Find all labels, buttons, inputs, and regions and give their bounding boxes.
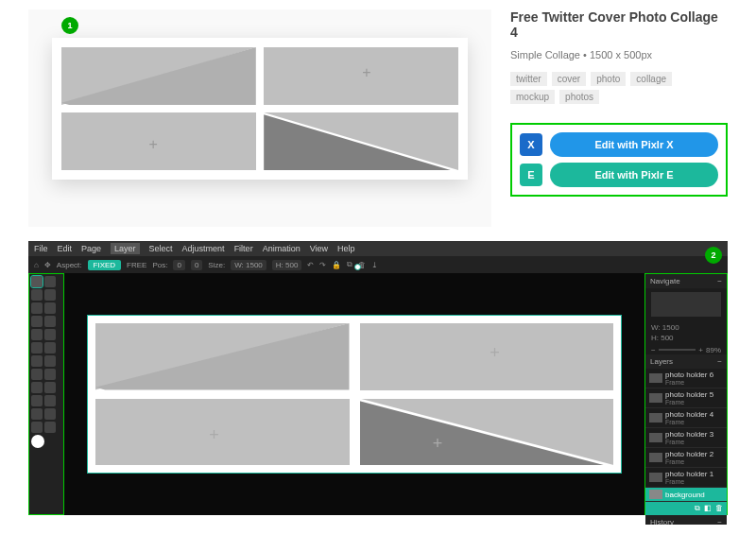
pos-label: Pos: xyxy=(152,261,167,269)
cut-tool[interactable] xyxy=(44,302,56,314)
tag[interactable]: cover xyxy=(552,72,586,86)
tag[interactable]: mockup xyxy=(510,90,555,104)
gradient-tool[interactable] xyxy=(31,355,43,367)
step-badge-2: 2 xyxy=(705,247,722,264)
eraser-tool[interactable] xyxy=(44,355,56,367)
sponge-tool[interactable] xyxy=(31,342,43,354)
lock-icon[interactable]: 🔒 xyxy=(332,261,341,269)
menu-filter[interactable]: Filter xyxy=(234,244,253,253)
pos-x[interactable]: 0 xyxy=(173,260,184,270)
zoom-out-icon[interactable]: − xyxy=(651,346,656,354)
aspect-fixed-button[interactable]: FIXED xyxy=(88,260,122,270)
aspect-free-button[interactable]: FREE xyxy=(127,261,146,269)
color-swatch[interactable] xyxy=(31,435,44,448)
fill-tool[interactable] xyxy=(44,342,56,354)
layer-item[interactable]: photo holder 4Frame xyxy=(645,408,727,428)
select-tool[interactable] xyxy=(44,276,56,287)
menu-bar: File Edit Page Layer Select Adjustment F… xyxy=(28,241,728,256)
layer-item[interactable]: background xyxy=(645,488,727,502)
pixlr-e-icon: E xyxy=(520,164,542,186)
layer-mask-icon[interactable]: ◧ xyxy=(704,504,712,513)
layer-delete-icon[interactable]: 🗑 xyxy=(715,504,723,513)
hand-tool[interactable] xyxy=(31,422,43,433)
tag-list: twitter cover photo collage mockup photo… xyxy=(510,72,728,108)
pos-y[interactable]: 0 xyxy=(191,260,202,270)
menu-edit[interactable]: Edit xyxy=(58,244,73,253)
pixlr-x-icon: X xyxy=(520,133,542,156)
clone-tool[interactable] xyxy=(44,316,56,327)
brush-tool[interactable] xyxy=(31,369,43,380)
layers-panel-title: Layers xyxy=(650,357,673,366)
aspect-label: Aspect: xyxy=(57,261,82,269)
layer-item[interactable]: photo holder 6Frame xyxy=(645,369,727,388)
lasso-tool[interactable] xyxy=(31,289,43,301)
download-icon[interactable]: ⤓ xyxy=(371,261,378,269)
step-badge-1: 1 xyxy=(61,17,78,34)
tag[interactable]: twitter xyxy=(510,72,547,86)
size-h[interactable]: H: 500 xyxy=(272,260,302,270)
wand-tool[interactable] xyxy=(44,289,56,301)
eyedropper-tool[interactable] xyxy=(31,408,43,420)
layer-item[interactable]: photo holder 2Frame xyxy=(645,448,727,468)
pixlr-editor: 2 File Edit Page Layer Select Adjustment… xyxy=(28,241,728,515)
canvas-area[interactable]: + + + xyxy=(64,273,644,515)
navigator-thumbnail[interactable] xyxy=(651,292,721,317)
layer-item[interactable]: photo holder 5Frame xyxy=(645,388,727,408)
size-w[interactable]: W: 1500 xyxy=(231,260,266,270)
pen-tool[interactable] xyxy=(31,382,43,393)
blur-tool[interactable] xyxy=(31,329,43,340)
layer-duplicate-icon[interactable]: ⧉ xyxy=(695,504,700,513)
menu-view[interactable]: View xyxy=(310,244,328,253)
menu-page[interactable]: Page xyxy=(81,244,101,253)
template-preview: 1 + + xyxy=(28,9,491,227)
template-subtitle: Simple Collage • 1500 x 500px xyxy=(510,49,728,60)
shape-tool[interactable] xyxy=(31,395,43,406)
dodge-tool[interactable] xyxy=(44,329,56,340)
right-panels: Navigate− W: 1500H: 500 −+89% Layers− ph… xyxy=(644,273,728,515)
text-tool[interactable] xyxy=(44,382,56,393)
panel-collapse-icon[interactable]: − xyxy=(717,357,722,366)
home-icon[interactable]: ⌂ xyxy=(34,261,39,269)
tag[interactable]: collage xyxy=(630,72,672,86)
panel-collapse-icon[interactable]: − xyxy=(717,277,722,285)
menu-file[interactable]: File xyxy=(34,244,48,253)
options-bar: ⌂ ✥ Aspect: FIXED FREE Pos: 0 0 Size: W:… xyxy=(28,256,728,273)
heal-tool[interactable] xyxy=(31,316,43,327)
edit-pixlr-e-button[interactable]: Edit with Pixlr E xyxy=(550,163,718,187)
frame-tool[interactable] xyxy=(44,395,56,406)
panel-collapse-icon[interactable]: − xyxy=(717,518,722,525)
undo-icon[interactable]: ↶ xyxy=(307,261,314,269)
menu-help[interactable]: Help xyxy=(337,244,355,253)
tag[interactable]: photo xyxy=(591,72,626,86)
zoom-slider[interactable] xyxy=(659,349,696,351)
edit-pixlr-x-button[interactable]: Edit with Pixlr X xyxy=(550,132,718,157)
zoom-tool[interactable] xyxy=(44,408,56,420)
crop-tool[interactable] xyxy=(31,302,43,314)
tag[interactable]: photos xyxy=(559,90,599,104)
layer-item[interactable]: photo holder 1Frame xyxy=(645,468,727,488)
menu-adjustment[interactable]: Adjustment xyxy=(182,244,225,253)
template-title: Free Twitter Cover Photo Collage 4 xyxy=(510,9,728,40)
menu-layer[interactable]: Layer xyxy=(111,243,140,254)
tool-palette xyxy=(28,273,64,515)
misc-tool[interactable] xyxy=(44,422,56,433)
zoom-in-icon[interactable]: + xyxy=(698,346,703,354)
history-panel-title: History xyxy=(650,518,674,525)
move-tool[interactable] xyxy=(31,276,43,287)
menu-animation[interactable]: Animation xyxy=(263,244,301,253)
size-label: Size: xyxy=(208,261,225,269)
edit-buttons-box: X Edit with Pixlr X E Edit with Pixlr E xyxy=(510,123,728,197)
zoom-value: 89% xyxy=(706,346,721,354)
menu-select[interactable]: Select xyxy=(149,244,173,253)
copy-icon[interactable]: ⧉ xyxy=(347,260,352,269)
pencil-tool[interactable] xyxy=(44,369,56,380)
move-tool-icon[interactable]: ✥ xyxy=(44,261,51,269)
redo-icon[interactable]: ↷ xyxy=(319,261,326,269)
layer-item[interactable]: photo holder 3Frame xyxy=(645,428,727,448)
navigate-panel-title: Navigate xyxy=(650,277,680,285)
